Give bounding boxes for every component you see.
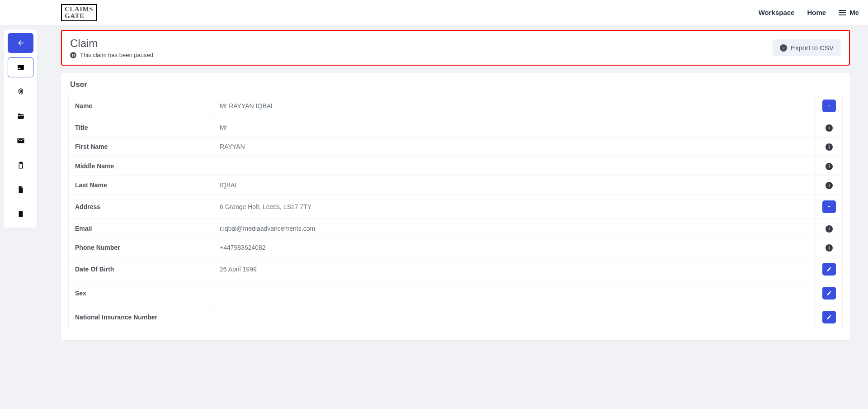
- field-action: [816, 94, 843, 118]
- table-row: Emailr.iqbal@mediaadvancements.comi: [69, 219, 843, 238]
- download-icon: [780, 44, 787, 52]
- field-label: Name: [69, 94, 213, 118]
- field-value: Mr RAYYAN IQBAL: [213, 94, 816, 118]
- clipboard-icon: [17, 161, 25, 169]
- info-icon[interactable]: i: [826, 163, 833, 170]
- field-label: Last Name: [69, 176, 213, 195]
- brand-line1: CLAIMS: [65, 6, 93, 13]
- info-icon[interactable]: i: [826, 182, 833, 189]
- claim-status: This claim has been paused: [70, 52, 153, 58]
- field-value: Mr: [213, 118, 816, 138]
- info-icon[interactable]: i: [826, 143, 833, 151]
- field-label: Title: [69, 118, 213, 138]
- page-title: Claim: [70, 37, 153, 50]
- field-value: IQBAL: [213, 176, 816, 195]
- field-label: Address: [69, 195, 213, 219]
- table-row: Date Of Birth26 April 1999: [69, 257, 843, 281]
- sidebar-item-notes[interactable]: [8, 204, 33, 224]
- field-label: Middle Name: [69, 157, 213, 176]
- sidebar-item-mail[interactable]: [8, 131, 33, 151]
- notes-icon: [17, 210, 25, 218]
- table-row: Middle Namei: [69, 157, 843, 176]
- field-action: i: [816, 238, 843, 257]
- edit-button[interactable]: [822, 311, 836, 323]
- table-row: Last NameIQBALi: [69, 176, 843, 195]
- field-action: i: [816, 157, 843, 176]
- id-card-icon: [17, 63, 25, 71]
- sidebar-item-clipboard[interactable]: [8, 155, 33, 175]
- field-action: [816, 281, 843, 305]
- brand-logo: CLAIMS GATE: [61, 4, 97, 21]
- field-value: [213, 157, 816, 176]
- field-label: National Insurance Number: [69, 305, 213, 329]
- nav-me[interactable]: Me: [839, 9, 859, 16]
- claim-header-card: Claim This claim has been paused Export …: [61, 30, 850, 66]
- sidebar-item-files[interactable]: [8, 106, 33, 126]
- back-button[interactable]: [8, 33, 33, 53]
- field-value: 6 Grange Holt, Leeds, LS17 7TY: [213, 195, 816, 219]
- field-action: i: [816, 176, 843, 195]
- field-label: Phone Number: [69, 238, 213, 257]
- field-action: i: [816, 137, 843, 157]
- table-row: NameMr RAYYAN IQBAL: [69, 94, 843, 118]
- edit-button[interactable]: [822, 287, 836, 300]
- field-label: First Name: [69, 137, 213, 157]
- user-section-title: User: [70, 80, 843, 89]
- export-csv-button[interactable]: Export to CSV: [773, 39, 841, 56]
- field-value: RAYYAN: [213, 137, 816, 157]
- nav-workspace[interactable]: Workspace: [759, 9, 795, 16]
- main-content: Claim This claim has been paused Export …: [43, 25, 868, 349]
- field-action: i: [816, 118, 843, 138]
- fingerprint-icon: [17, 88, 25, 96]
- document-icon: [17, 185, 25, 194]
- brand-line2: GATE: [65, 13, 93, 19]
- field-action: [816, 257, 843, 281]
- menu-icon: [839, 10, 846, 15]
- table-row: TitleMri: [69, 118, 843, 138]
- table-row: First NameRAYYANi: [69, 137, 843, 157]
- claim-header-left: Claim This claim has been paused: [70, 37, 153, 58]
- field-value: [213, 305, 816, 329]
- field-value: r.iqbal@mediaadvancements.com: [213, 219, 816, 238]
- sidebar-item-document[interactable]: [8, 180, 33, 200]
- sidebar-item-fingerprint[interactable]: [8, 82, 33, 102]
- field-value: [213, 281, 816, 305]
- sidebar-item-identity[interactable]: [8, 57, 33, 77]
- table-row: Address6 Grange Holt, Leeds, LS17 7TY: [69, 195, 843, 219]
- collapse-button[interactable]: [822, 100, 836, 112]
- folder-open-icon: [17, 112, 25, 120]
- user-table: NameMr RAYYAN IQBALTitleMriFirst NameRAY…: [68, 94, 843, 329]
- edit-button[interactable]: [822, 263, 836, 276]
- user-panel: User NameMr RAYYAN IQBALTitleMriFirst Na…: [61, 73, 850, 340]
- expand-button[interactable]: [822, 200, 836, 213]
- nav-me-label: Me: [849, 9, 859, 16]
- claim-status-text: This claim has been paused: [80, 52, 153, 58]
- field-label: Sex: [69, 281, 213, 305]
- field-action: [816, 305, 843, 329]
- export-csv-label: Export to CSV: [791, 44, 834, 52]
- field-action: [816, 195, 843, 219]
- nav-home[interactable]: Home: [807, 9, 826, 16]
- top-nav: Workspace Home Me: [759, 9, 859, 16]
- top-bar: CLAIMS GATE Workspace Home Me: [0, 0, 868, 25]
- sidebar: [4, 29, 38, 228]
- info-icon[interactable]: i: [826, 225, 833, 233]
- field-label: Date Of Birth: [69, 257, 213, 281]
- pause-icon: [70, 52, 76, 58]
- table-row: National Insurance Number: [69, 305, 843, 329]
- field-value: +447983624082: [213, 238, 816, 257]
- field-action: i: [816, 219, 843, 238]
- table-row: Phone Number+447983624082i: [69, 238, 843, 257]
- table-row: Sex: [69, 281, 843, 305]
- arrow-left-icon: [17, 39, 25, 47]
- field-label: Email: [69, 219, 213, 238]
- field-value: 26 April 1999: [213, 257, 816, 281]
- mail-icon: [17, 137, 25, 145]
- info-icon[interactable]: i: [826, 244, 833, 252]
- info-icon[interactable]: i: [826, 124, 833, 132]
